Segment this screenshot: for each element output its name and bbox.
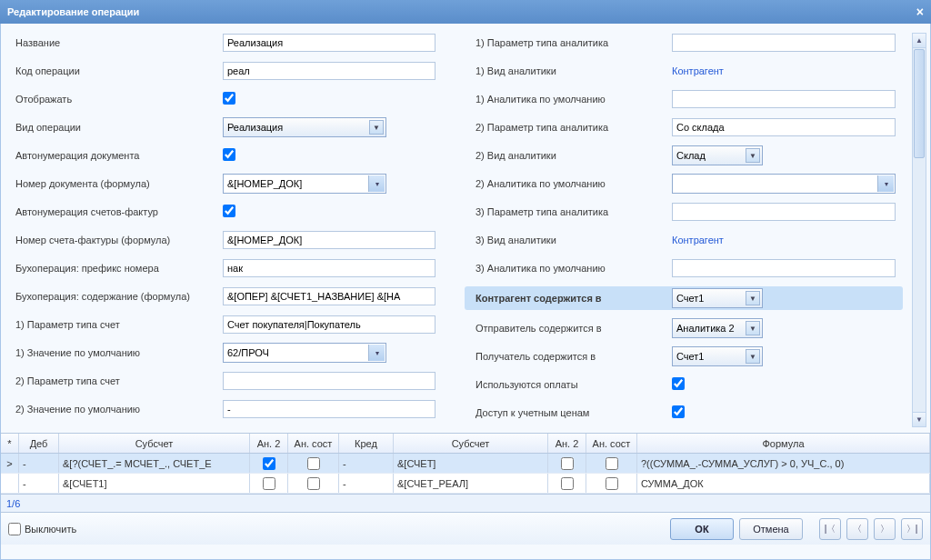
p2an-input[interactable] <box>672 118 896 136</box>
p3an-label: 3) Параметр типа аналитика <box>465 206 672 217</box>
left-column: Название Код операции Отображать Вид опе… <box>5 33 443 427</box>
cell-an2-2[interactable] <box>548 454 586 473</box>
grid-col-kred[interactable]: Кред <box>339 434 394 453</box>
p2def-input[interactable] <box>223 400 435 418</box>
p1def-combo[interactable]: 62/ПРОЧ▾ <box>223 343 386 363</box>
grid-col-sub1[interactable]: Субсчет <box>59 434 250 453</box>
d2an-combo[interactable]: ▾ <box>672 174 896 194</box>
cell-deb[interactable]: - <box>19 454 59 473</box>
p1acc-input[interactable] <box>223 315 435 334</box>
grid-col-an2-2[interactable]: Ан. 2 <box>548 434 586 453</box>
show-checkbox[interactable] <box>223 92 235 105</box>
d2an-label: 2) Аналитика по умолчанию <box>465 178 672 189</box>
autonumsf-checkbox[interactable] <box>223 205 235 217</box>
price-checkbox[interactable] <box>672 405 685 418</box>
nav-first-button[interactable]: |〈 <box>819 518 841 540</box>
disable-checkbox-label[interactable]: Выключить <box>8 523 76 535</box>
cell-sub2[interactable]: &[СЧЕТ] <box>394 454 548 473</box>
nav-next-button[interactable]: 〉 <box>874 518 896 540</box>
cancel-button[interactable]: Отмена <box>739 518 803 540</box>
docnum-combo[interactable]: &[НОМЕР_ДОК]▾ <box>223 174 386 194</box>
titlebar: Редактирование операции × <box>0 0 931 24</box>
scroll-down-icon[interactable]: ▼ <box>913 412 926 426</box>
p2acc-input[interactable] <box>223 372 435 390</box>
nav-prev-button[interactable]: 〈 <box>846 518 868 540</box>
v1an-link[interactable]: Контрагент <box>672 65 724 76</box>
grid-col-deb[interactable]: Деб <box>19 434 59 453</box>
send-label: Отправитель содержится в <box>465 323 672 334</box>
footer: Выключить ОК Отмена |〈 〈 〉 〉| <box>1 512 930 545</box>
name-input[interactable] <box>223 34 435 52</box>
buhpref-label: Бухоперация: префикс номера <box>5 263 223 274</box>
p1acc-label: 1) Параметр типа счет <box>5 319 223 330</box>
p2an-label: 2) Параметр типа аналитика <box>465 122 672 133</box>
close-icon[interactable]: × <box>916 5 924 19</box>
chevron-down-icon: ▼ <box>746 148 760 163</box>
row-selector <box>1 474 19 493</box>
v1an-label: 1) Вид аналитики <box>465 65 672 76</box>
buhcont-input[interactable] <box>223 287 435 305</box>
kontr-combo[interactable]: Счет1▼ <box>672 288 763 308</box>
page-indicator: 1/6 <box>6 498 20 509</box>
grid-col-an2-1[interactable]: Ан. 2 <box>250 434 288 453</box>
grid-col-star[interactable]: * <box>1 434 19 453</box>
pay-checkbox[interactable] <box>672 377 685 390</box>
d1an-label: 1) Аналитика по умолчанию <box>465 94 672 105</box>
cell-ansost1[interactable] <box>288 474 339 493</box>
cell-ansost2[interactable] <box>586 474 637 493</box>
sfnum-input[interactable] <box>223 231 435 249</box>
d1an-input[interactable] <box>672 90 896 108</box>
dialog-window: Редактирование операции × Название Код о… <box>0 0 931 560</box>
v3an-link[interactable]: Контрагент <box>672 235 724 245</box>
cell-sub1[interactable]: &[СЧЕТ1] <box>59 474 250 493</box>
grid-row[interactable]: - &[СЧЕТ1] - &[СЧЕТ_РЕАЛ] СУММА_ДОК <box>1 474 930 494</box>
cell-ansost1[interactable] <box>288 454 339 473</box>
send-combo[interactable]: Аналитика 2▼ <box>672 318 763 338</box>
scroll-track[interactable] <box>913 159 926 412</box>
columns: Название Код операции Отображать Вид опе… <box>5 33 903 427</box>
name-label: Название <box>5 37 223 48</box>
cell-an2-1[interactable] <box>250 454 288 473</box>
chevron-down-icon: ▼ <box>746 291 760 305</box>
grid-col-ansost2[interactable]: Ан. сост <box>586 434 637 453</box>
grid-row[interactable]: > - &[?(СЧЕТ_.= МСЧЕТ_., СЧЕТ_Е - &[СЧЕТ… <box>1 454 930 474</box>
type-label: Вид операции <box>5 122 223 133</box>
cell-kred[interactable]: - <box>339 474 394 493</box>
type-combo[interactable]: Реализация▼ <box>223 117 386 137</box>
cell-ansost2[interactable] <box>586 454 637 473</box>
cell-an2-2[interactable] <box>548 474 586 493</box>
ok-button[interactable]: ОК <box>670 518 734 540</box>
cell-deb[interactable]: - <box>19 474 59 493</box>
buhpref-input[interactable] <box>223 259 435 277</box>
scroll-up-icon[interactable]: ▲ <box>913 34 926 48</box>
cell-formula[interactable]: СУММА_ДОК <box>637 474 930 493</box>
code-label: Код операции <box>5 65 223 76</box>
grid-col-sub2[interactable]: Субсчет <box>394 434 548 453</box>
scroll-thumb[interactable] <box>914 49 925 158</box>
v2an-combo[interactable]: Склад▼ <box>672 145 763 165</box>
grid: * Деб Субсчет Ан. 2 Ан. сост Кред Субсче… <box>1 433 930 512</box>
p1an-input[interactable] <box>672 34 896 52</box>
recv-combo[interactable]: Счет1▼ <box>672 346 763 366</box>
cell-formula[interactable]: ?((СУММА_.-СУММА_УСЛУГ) > 0, УЧ_С., 0) <box>637 454 930 473</box>
chevron-down-icon: ▼ <box>746 349 760 364</box>
cell-kred[interactable]: - <box>339 454 394 473</box>
autonumdoc-checkbox[interactable] <box>223 148 235 161</box>
disable-checkbox[interactable] <box>8 523 21 535</box>
recv-label: Получатель содержится в <box>465 351 672 362</box>
cell-sub2[interactable]: &[СЧЕТ_РЕАЛ] <box>394 474 548 493</box>
code-input[interactable] <box>223 62 435 80</box>
grid-col-ansost1[interactable]: Ан. сост <box>288 434 339 453</box>
chevron-down-icon: ▾ <box>877 175 894 192</box>
p3an-input[interactable] <box>672 203 896 221</box>
d3an-label: 3) Аналитика по умолчанию <box>465 263 672 274</box>
cell-sub1[interactable]: &[?(СЧЕТ_.= МСЧЕТ_., СЧЕТ_Е <box>59 454 250 473</box>
grid-col-formula[interactable]: Формула <box>637 434 930 453</box>
nav-last-button[interactable]: 〉| <box>901 518 923 540</box>
cell-an2-1[interactable] <box>250 474 288 493</box>
p2def-label: 2) Значение по умолчанию <box>5 404 223 415</box>
right-column: 1) Параметр типа аналитика 1) Вид аналит… <box>465 33 903 427</box>
d3an-input[interactable] <box>672 259 896 277</box>
autonumdoc-label: Автонумерация документа <box>5 150 223 161</box>
form-scrollbar[interactable]: ▲ ▼ <box>912 33 926 427</box>
